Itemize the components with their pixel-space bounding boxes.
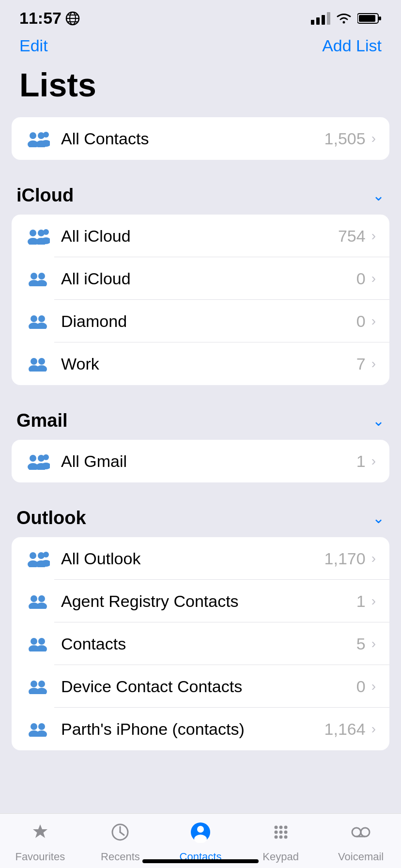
icloud-item-2-icon [25, 313, 50, 329]
icloud-item-0-count: 754 [338, 227, 366, 246]
outlook-card: All Outlook 1,170 › Agent Registry Conta… [12, 537, 389, 750]
nav-recents-label: Recents [101, 851, 140, 863]
nav-keypad[interactable]: Keypad [252, 822, 310, 863]
svg-point-27 [36, 280, 47, 286]
time-display: 11:57 [19, 9, 62, 28]
svg-point-24 [31, 273, 37, 279]
all-contacts-item[interactable]: All Contacts 1,505 › [12, 117, 389, 160]
voicemail-icon [350, 822, 371, 848]
svg-rect-10 [379, 16, 381, 20]
section-outlook: Outlook ⌄ All Outlook 1,170 › [0, 497, 401, 750]
outlook-item-2[interactable]: Contacts 5 › [12, 622, 389, 665]
icloud-item-2[interactable]: Diamond 0 › [12, 300, 389, 342]
outlook-item-0-label: All Outlook [61, 549, 324, 568]
svg-point-63 [36, 730, 47, 737]
svg-point-56 [31, 681, 37, 687]
svg-point-60 [31, 723, 37, 730]
nav-keypad-label: Keypad [262, 851, 299, 863]
svg-point-52 [31, 638, 37, 645]
svg-point-30 [38, 315, 45, 322]
outlook-item-3-icon [25, 679, 50, 694]
icloud-item-1-label: All iCloud [61, 269, 356, 288]
star-icon [30, 822, 51, 848]
outlook-item-2-label: Contacts [61, 635, 356, 653]
add-list-button[interactable]: Add List [322, 36, 382, 55]
gmail-chevron: ⌄ [372, 412, 385, 429]
svg-point-79 [352, 828, 361, 837]
outlook-item-1-icon [25, 593, 50, 609]
icloud-title: iCloud [16, 185, 74, 206]
all-contacts-count: 1,505 [324, 129, 366, 148]
outlook-item-0-icon [25, 550, 50, 567]
outlook-item-1-label: Agent Registry Contacts [61, 592, 356, 611]
svg-point-18 [30, 230, 36, 236]
svg-rect-5 [311, 20, 314, 25]
outlook-title: Outlook [16, 508, 86, 528]
svg-point-22 [43, 229, 49, 235]
svg-point-77 [279, 836, 282, 839]
icloud-item-1[interactable]: All iCloud 0 › [12, 257, 389, 300]
svg-point-72 [284, 826, 287, 829]
svg-point-26 [38, 273, 45, 279]
outlook-item-3-label: Device Contact Contacts [61, 677, 356, 696]
svg-point-32 [31, 358, 37, 365]
outlook-header[interactable]: Outlook ⌄ [0, 497, 401, 537]
nav-favourites[interactable]: Favourites [11, 822, 69, 863]
header: Edit Add List [0, 32, 401, 62]
icloud-item-1-icon [25, 271, 50, 286]
gmail-title: Gmail [16, 410, 68, 431]
outlook-item-4-label: Parth's iPhone (contacts) [61, 720, 324, 739]
icloud-item-0-icon [25, 227, 50, 245]
all-contacts-arrow: › [371, 131, 376, 146]
clock-icon [109, 822, 131, 848]
nav-contacts[interactable]: Contacts [171, 822, 230, 863]
nav-recents[interactable]: Recents [91, 822, 149, 863]
outlook-item-4[interactable]: Parth's iPhone (contacts) 1,164 › [12, 708, 389, 750]
outlook-item-2-count: 5 [356, 635, 366, 653]
svg-point-34 [38, 358, 45, 365]
icloud-item-3[interactable]: Work 7 › [12, 342, 389, 385]
icloud-header[interactable]: iCloud ⌄ [0, 174, 401, 215]
outlook-item-3-count: 0 [356, 677, 366, 696]
gmail-card: All Gmail 1 › [12, 440, 389, 482]
page-title: Lists [0, 62, 401, 117]
outlook-item-1[interactable]: Agent Registry Contacts 1 › [12, 580, 389, 622]
edit-button[interactable]: Edit [19, 36, 48, 55]
svg-point-35 [36, 365, 47, 372]
icloud-item-3-label: Work [61, 355, 356, 373]
svg-point-46 [43, 552, 49, 558]
svg-point-71 [279, 826, 282, 829]
icloud-item-0-label: All iCloud [61, 227, 338, 246]
svg-line-66 [120, 832, 124, 835]
svg-point-74 [279, 831, 282, 834]
svg-point-62 [38, 723, 45, 730]
gmail-item-0[interactable]: All Gmail 1 › [12, 440, 389, 482]
svg-point-70 [274, 826, 278, 829]
gmail-header[interactable]: Gmail ⌄ [0, 400, 401, 440]
svg-point-75 [284, 831, 287, 834]
svg-point-50 [38, 595, 45, 602]
outlook-item-3[interactable]: Device Contact Contacts 0 › [12, 665, 389, 708]
svg-point-80 [361, 828, 370, 837]
svg-point-59 [36, 688, 47, 694]
nav-voicemail[interactable]: Voicemail [332, 822, 390, 863]
icloud-item-0[interactable]: All iCloud 754 › [12, 215, 389, 257]
svg-point-73 [274, 831, 278, 834]
svg-point-36 [30, 455, 36, 462]
all-contacts-label: All Contacts [61, 129, 324, 148]
icloud-item-1-count: 0 [356, 269, 366, 288]
battery-icon [357, 12, 382, 25]
signal-icon [311, 12, 330, 25]
status-bar: 11:57 [0, 0, 401, 32]
svg-point-58 [38, 681, 45, 687]
svg-rect-6 [316, 17, 320, 25]
icloud-item-2-count: 0 [356, 312, 366, 331]
outlook-item-0[interactable]: All Outlook 1,170 › [12, 537, 389, 580]
status-time: 11:57 [19, 9, 80, 28]
nav-favourites-label: Favourites [15, 851, 65, 863]
svg-rect-11 [359, 15, 375, 22]
icloud-item-2-label: Diamond [61, 312, 356, 331]
outlook-item-4-icon [25, 721, 50, 737]
all-contacts-icon [25, 130, 50, 147]
person-circle-icon [190, 822, 211, 848]
